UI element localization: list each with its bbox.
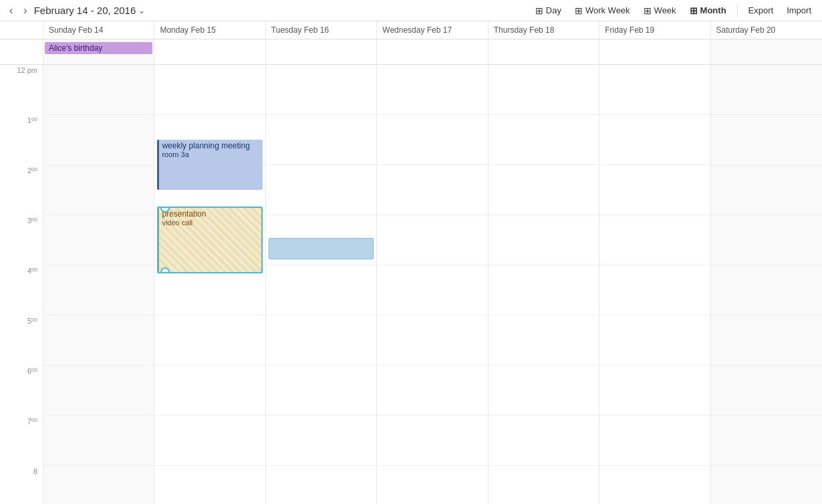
hour-cell-wed-2	[377, 165, 487, 215]
hour-cell-thu-6	[489, 366, 599, 416]
weekly-planning-event[interactable]: weekly planning meeting room 3a	[157, 140, 262, 190]
hour-cell-fri-2	[599, 165, 710, 215]
next-button[interactable]: ›	[19, 4, 31, 17]
calendar-container: Sunday Feb 14 Monday Feb 15 Tuesday Feb …	[0, 21, 822, 504]
day-column-sun[interactable]	[43, 65, 154, 504]
hour-cell-tue-5	[266, 316, 376, 366]
allday-row: Alice's birthday	[0, 39, 822, 65]
time-grid: 12 pm 100 200 300 400 500 600 700 8	[0, 65, 822, 504]
hour-cell-thu-12	[489, 65, 599, 115]
hour-cell-fri-1	[599, 115, 710, 165]
hour-cell-wed-5	[377, 316, 487, 366]
day-column-tue[interactable]	[266, 65, 377, 504]
hour-cell-mon-8	[154, 466, 265, 504]
hour-cell-wed-1	[377, 115, 487, 165]
hour-cell-sun-6	[43, 366, 154, 416]
hour-cell-wed-7	[377, 416, 487, 466]
view-workweek-label: Work Week	[585, 5, 630, 15]
hour-cell-thu-3	[489, 215, 599, 265]
allday-cell-wed[interactable]	[377, 39, 488, 64]
day-column-mon[interactable]: weekly planning meeting room 3a presenta…	[154, 65, 265, 504]
day-column-thu[interactable]	[489, 65, 599, 504]
date-range-text: February 14 - 20, 2016	[34, 5, 136, 16]
hour-cell-wed-6	[377, 366, 487, 416]
allday-cell-sun[interactable]: Alice's birthday	[43, 39, 154, 64]
hour-cell-thu-4	[489, 265, 599, 316]
hour-cell-tue-1	[266, 115, 376, 165]
weekly-planning-subtitle: room 3a	[162, 150, 259, 158]
hour-cell-sat-2	[711, 165, 822, 215]
hour-cell-fri-5	[599, 316, 710, 366]
hour-cell-wed-4	[377, 265, 487, 316]
day-header-empty	[0, 21, 43, 39]
hour-cell-sat-12	[711, 65, 822, 115]
allday-cell-thu[interactable]	[489, 39, 599, 64]
day-header-mon: Monday Feb 15	[154, 21, 265, 39]
hour-cell-thu-8	[489, 466, 599, 504]
view-week-label: Week	[654, 5, 676, 15]
hour-cell-thu-5	[489, 316, 599, 366]
day-column-sat[interactable]	[711, 65, 822, 504]
allday-cell-fri[interactable]	[599, 39, 710, 64]
hour-cell-sat-3	[711, 215, 822, 265]
drag-handle-bottom[interactable]	[160, 267, 170, 273]
hour-cell-thu-1	[489, 115, 599, 165]
hour-cell-thu-2	[489, 165, 599, 215]
hour-cell-sun-5	[43, 316, 154, 366]
hour-cell-mon-6	[154, 366, 265, 416]
hour-cell-tue-6	[266, 366, 376, 416]
presentation-subtitle: video call	[162, 219, 258, 227]
hour-cell-sun-4	[43, 265, 154, 316]
week-view-icon: ⊞	[644, 5, 652, 16]
hour-cell-fri-4	[599, 265, 710, 316]
time-label-6: 600	[0, 366, 43, 416]
time-label-1: 100	[0, 115, 43, 165]
hour-cell-sun-12	[43, 65, 154, 115]
hour-cell-tue-2	[266, 165, 376, 215]
view-month-button[interactable]: ⊞ Month	[684, 4, 732, 17]
day-column-fri[interactable]	[599, 65, 710, 504]
view-day-button[interactable]: ⊞ Day	[530, 4, 567, 17]
hour-cell-sun-7	[43, 416, 154, 466]
hour-cell-fri-8	[599, 466, 710, 504]
hour-cell-tue-7	[266, 416, 376, 466]
hour-cell-sat-4	[711, 265, 822, 316]
toolbar-separator	[737, 4, 738, 17]
month-view-icon: ⊞	[690, 5, 698, 16]
prev-button[interactable]: ‹	[5, 4, 17, 17]
birthday-event[interactable]: Alice's birthday	[45, 42, 152, 54]
time-grid-scroll[interactable]: 12 pm 100 200 300 400 500 600 700 8	[0, 65, 822, 504]
hour-cell-mon-12	[154, 65, 265, 115]
hour-cell-sat-1	[711, 115, 822, 165]
export-button[interactable]: Export	[743, 4, 779, 17]
presentation-event[interactable]: presentation video call	[157, 207, 262, 273]
hour-cell-sat-7	[711, 416, 822, 466]
day-column-wed[interactable]	[377, 65, 488, 504]
allday-cell-tue[interactable]	[266, 39, 377, 64]
hour-cell-sun-1	[43, 115, 154, 165]
day-header-tue: Tuesday Feb 16	[266, 21, 377, 39]
day-header-fri: Friday Feb 19	[599, 21, 710, 39]
time-label-2: 200	[0, 165, 43, 215]
date-range-chevron-icon: ⌄	[138, 6, 145, 15]
hour-cell-tue-4	[266, 265, 376, 316]
allday-cell-mon[interactable]	[154, 39, 265, 64]
hour-cell-tue-8	[266, 466, 376, 504]
hour-cell-sun-2	[43, 165, 154, 215]
time-label-3: 300	[0, 215, 43, 265]
import-button[interactable]: Import	[781, 4, 817, 17]
presentation-title: presentation	[162, 209, 258, 219]
day-header-thu: Thursday Feb 18	[489, 21, 599, 39]
hour-cell-fri-7	[599, 416, 710, 466]
day-view-icon: ⊞	[535, 5, 543, 16]
blue-block-event[interactable]	[269, 238, 374, 259]
allday-label	[0, 39, 43, 64]
date-range[interactable]: February 14 - 20, 2016 ⌄	[34, 5, 146, 16]
view-month-label: Month	[700, 5, 726, 15]
hour-cell-tue-12	[266, 65, 376, 115]
allday-cell-sat[interactable]	[711, 39, 822, 64]
view-workweek-button[interactable]: ⊞ Work Week	[569, 4, 636, 17]
view-week-button[interactable]: ⊞ Week	[638, 4, 682, 17]
time-label-4: 400	[0, 265, 43, 316]
hour-cell-sun-8	[43, 466, 154, 504]
